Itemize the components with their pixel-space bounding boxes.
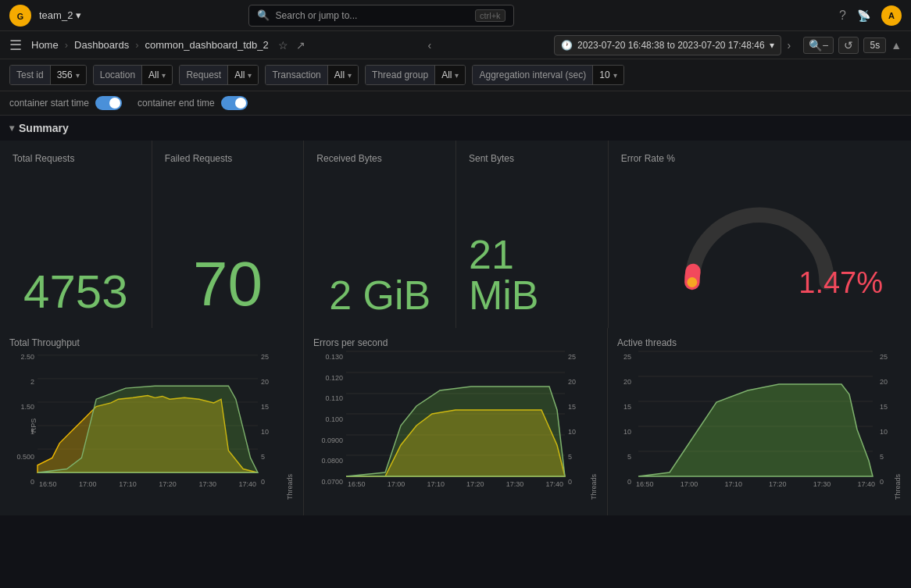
search-bar[interactable]: 🔍 Search or jump to... ctrl+k bbox=[248, 5, 514, 27]
thread-group-value[interactable]: All ▾ bbox=[435, 66, 465, 84]
breadcrumb-home[interactable]: Home bbox=[31, 39, 59, 51]
thread-group-filter[interactable]: Thread group All ▾ bbox=[365, 65, 466, 85]
location-filter[interactable]: Location All ▾ bbox=[93, 65, 173, 85]
throughput-x-2: 17:10 bbox=[119, 480, 137, 488]
location-value[interactable]: All ▾ bbox=[142, 66, 172, 84]
menu-icon[interactable]: ☰ bbox=[9, 37, 22, 54]
request-filter[interactable]: Request All ▾ bbox=[179, 65, 259, 85]
throughput-x-3: 17:20 bbox=[159, 480, 177, 488]
breadcrumb-sep1: › bbox=[65, 39, 68, 51]
threads-yr-3: 10 bbox=[880, 428, 894, 436]
svg-marker-19 bbox=[346, 387, 565, 476]
request-value[interactable]: All ▾ bbox=[228, 66, 258, 84]
errors-x-0: 16:50 bbox=[348, 480, 366, 488]
refresh-button[interactable]: ↺ bbox=[838, 37, 859, 54]
breadcrumb-dashboards[interactable]: Dashboards bbox=[74, 39, 129, 51]
toggle-bar: container start time container end time bbox=[0, 91, 911, 116]
container-end-toggle-item: container end time bbox=[138, 96, 248, 110]
transaction-label: Transaction bbox=[266, 66, 327, 84]
throughput-y-label-1: 2 bbox=[9, 378, 34, 386]
team-selector[interactable]: team_2 ▾ bbox=[39, 9, 81, 21]
errors-x-2: 17:10 bbox=[427, 480, 445, 488]
aggregation-value[interactable]: 10 ▾ bbox=[593, 66, 623, 84]
help-icon[interactable]: ? bbox=[839, 9, 846, 23]
aggregation-filter[interactable]: Aggregation interval (sec) 10 ▾ bbox=[472, 65, 623, 85]
errors-y-0: 0.130 bbox=[313, 353, 343, 361]
threads-svg bbox=[634, 351, 877, 476]
filter-bar: Test id 356 ▾ Location All ▾ Request All… bbox=[0, 59, 911, 91]
threads-x-3: 17:20 bbox=[769, 480, 787, 488]
breadcrumb-sep2: › bbox=[135, 39, 138, 51]
errors-yr-0: 25 bbox=[568, 353, 590, 361]
transaction-value[interactable]: All ▾ bbox=[328, 66, 358, 84]
test-id-filter[interactable]: Test id 356 ▾ bbox=[9, 65, 87, 85]
summary-title: Summary bbox=[19, 122, 69, 134]
sent-bytes-card: Sent Bytes 21 MiB bbox=[456, 141, 608, 328]
throughput-y-label-0: 2.50 bbox=[9, 353, 34, 361]
threads-y-5: 0 bbox=[617, 478, 631, 486]
summary-section-header[interactable]: ▾ Summary bbox=[0, 116, 911, 141]
favorite-icon[interactable]: ☆ bbox=[278, 39, 288, 52]
error-rate-gauge: 1.47% bbox=[621, 173, 898, 315]
errors-x-5: 17:40 bbox=[545, 480, 563, 488]
container-end-toggle[interactable] bbox=[221, 96, 248, 110]
throughput-chart-title: Total Throughput bbox=[9, 337, 294, 348]
throughput-y-label-2: 1.50 bbox=[9, 403, 34, 411]
total-requests-title: Total Requests bbox=[13, 153, 139, 164]
collapse-button[interactable]: ▲ bbox=[891, 39, 902, 52]
time-range-picker[interactable]: 🕐 2023-07-20 16:48:38 to 2023-07-20 17:4… bbox=[554, 35, 781, 55]
location-dropdown-icon: ▾ bbox=[162, 71, 166, 80]
threads-chart-title: Active threads bbox=[617, 337, 902, 348]
threads-x-1: 17:00 bbox=[681, 480, 698, 488]
location-label: Location bbox=[94, 66, 142, 84]
refresh-interval-button[interactable]: 5s bbox=[863, 37, 886, 53]
received-bytes-value: 2 GiB bbox=[329, 275, 430, 315]
team-name: team_2 bbox=[39, 9, 73, 21]
rss-icon[interactable]: 📡 bbox=[857, 9, 870, 22]
threads-yr-0: 25 bbox=[880, 353, 894, 361]
errors-x-4: 17:30 bbox=[506, 480, 524, 488]
user-avatar[interactable]: A bbox=[881, 5, 902, 26]
threads-yr-axis-title: Threads bbox=[894, 351, 902, 500]
errors-yr-5: 0 bbox=[568, 478, 590, 486]
threads-y-0: 25 bbox=[617, 353, 631, 361]
request-dropdown-icon: ▾ bbox=[248, 71, 252, 80]
threads-x-5: 17:40 bbox=[857, 480, 875, 488]
errors-x-3: 17:20 bbox=[466, 480, 484, 488]
container-start-toggle-item: container start time bbox=[9, 96, 122, 110]
charts-row: Total Throughput 2.50 2 1.50 1 0.500 0 R… bbox=[0, 328, 911, 515]
test-id-value[interactable]: 356 ▾ bbox=[51, 66, 86, 84]
clock-icon: 🕐 bbox=[561, 40, 573, 51]
sent-bytes-title: Sent Bytes bbox=[469, 153, 595, 164]
breadcrumb-bar: ☰ Home › Dashboards › common_dashboard_t… bbox=[0, 31, 911, 59]
team-dropdown-icon: ▾ bbox=[76, 9, 81, 21]
errors-yr-3: 10 bbox=[568, 428, 590, 436]
errors-yr-axis-title: Threads bbox=[590, 351, 598, 500]
throughput-yr-5: 0 bbox=[261, 478, 286, 486]
total-requests-card: Total Requests 4753 bbox=[0, 141, 152, 328]
errors-y-6: 0.0700 bbox=[313, 478, 343, 486]
errors-yr-1: 20 bbox=[568, 378, 590, 386]
zoom-out-button[interactable]: 🔍− bbox=[803, 37, 834, 54]
time-prev-icon[interactable]: ‹ bbox=[428, 39, 432, 52]
container-start-label: container start time bbox=[9, 98, 89, 109]
container-start-toggle[interactable] bbox=[95, 96, 122, 110]
time-next-icon[interactable]: › bbox=[788, 39, 791, 52]
svg-point-2 bbox=[688, 277, 698, 287]
sent-bytes-value: 21 MiB bbox=[469, 234, 595, 315]
throughput-yr-3: 10 bbox=[261, 428, 286, 436]
throughput-x-1: 17:00 bbox=[79, 480, 97, 488]
throughput-yr-2: 15 bbox=[261, 403, 286, 411]
request-label: Request bbox=[180, 66, 228, 84]
failed-requests-card: Failed Requests 70 bbox=[152, 141, 304, 328]
errors-chart-card: Errors per second 0.130 0.120 0.110 0.10… bbox=[304, 328, 607, 515]
breadcrumb-current[interactable]: common_dashboard_tdb_2 bbox=[145, 39, 268, 51]
summary-cards: Total Requests 4753 Failed Requests 70 R… bbox=[0, 141, 911, 328]
share-icon[interactable]: ↗ bbox=[296, 39, 305, 52]
throughput-y-label-4: 0.500 bbox=[9, 453, 34, 461]
transaction-filter[interactable]: Transaction All ▾ bbox=[265, 65, 359, 85]
errors-y-1: 0.120 bbox=[313, 374, 343, 382]
throughput-x-5: 17:40 bbox=[238, 480, 256, 488]
throughput-y-axis-title: RPS bbox=[30, 419, 38, 433]
aggregation-label: Aggregation interval (sec) bbox=[473, 66, 593, 84]
